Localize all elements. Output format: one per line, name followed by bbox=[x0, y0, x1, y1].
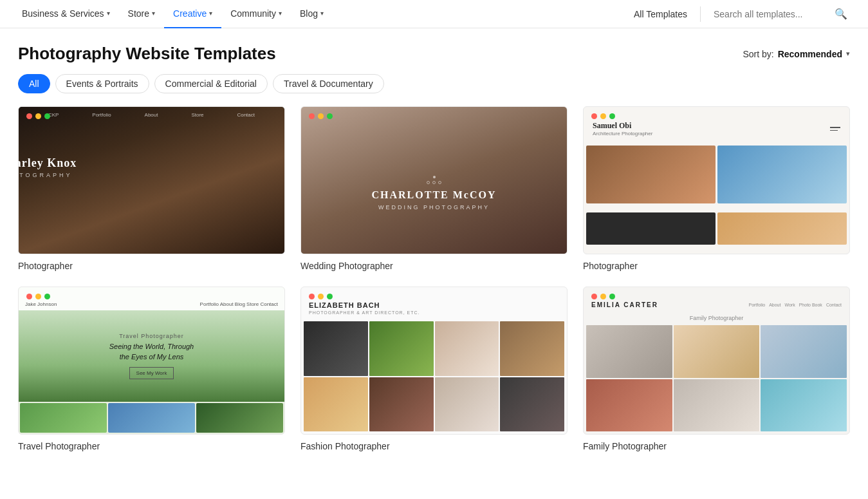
thumb-tagline: Seeing the World, Throughthe Eyes of My … bbox=[109, 342, 194, 362]
search-bar: 🔍 bbox=[714, 8, 855, 20]
dot-red bbox=[309, 294, 315, 299]
dot-red bbox=[309, 113, 315, 119]
thumb-hero-area: Travel Photographer Seeing the World, Th… bbox=[19, 310, 284, 402]
dot-yellow bbox=[318, 113, 324, 119]
nav-item-business-services[interactable]: Business & Services ▾ bbox=[13, 0, 119, 28]
sort-chevron-icon: ▾ bbox=[846, 50, 850, 58]
template-thumb-elizabeth: ELIZABETH BACH PHOTOGRAPHER & ART DIRECT… bbox=[300, 287, 568, 435]
dot-yellow bbox=[600, 113, 606, 119]
thumb-header: ELIZABETH BACH PHOTOGRAPHER & ART DIRECT… bbox=[301, 287, 567, 320]
dot-yellow bbox=[35, 294, 41, 299]
window-dots bbox=[309, 113, 333, 119]
nav-divider bbox=[700, 6, 701, 22]
thumb-hero: CHARLOTTE McCOY WEDDING PHOTOGRAPHY bbox=[301, 132, 567, 254]
template-card-charlotte-mccoy[interactable]: HOMEABOUTPORTFOLIOCONTACTCLIENT ALBUMS C… bbox=[300, 106, 568, 271]
nav-item-creative[interactable]: Creative ▾ bbox=[164, 0, 221, 28]
template-card-elizabeth-bach[interactable]: ELIZABETH BACH PHOTOGRAPHER & ART DIRECT… bbox=[300, 287, 568, 451]
dot-green bbox=[327, 294, 333, 299]
page-header: Photography Website Templates Sort by: R… bbox=[0, 28, 868, 74]
nav-right: All Templates 🔍 bbox=[634, 6, 855, 22]
dot-red bbox=[26, 294, 32, 299]
thumb-mosaic bbox=[301, 320, 567, 434]
thumb-subtitle: Family Photographer bbox=[584, 314, 849, 324]
template-thumb-emilia: EMILIA CARTER PortfolioAboutWorkPhoto Bo… bbox=[583, 287, 850, 435]
template-thumb-charlotte: HOMEABOUTPORTFOLIOCONTACTCLIENT ALBUMS C… bbox=[300, 106, 568, 254]
template-card-charley-knox[interactable]: CKPPortfolioAboutStoreContact Charley Kn… bbox=[18, 106, 285, 271]
thumb-images bbox=[584, 143, 849, 254]
template-name-charlotte: Wedding Photographer bbox=[300, 261, 568, 271]
dot-green bbox=[327, 113, 333, 119]
dot-red bbox=[26, 113, 32, 119]
dot-green bbox=[609, 113, 615, 119]
template-thumb-samuel: Samuel Obi Architecture Photographer bbox=[583, 106, 850, 254]
dot-yellow bbox=[318, 294, 324, 299]
dot-red bbox=[591, 294, 597, 299]
template-card-emilia-carter[interactable]: EMILIA CARTER PortfolioAboutWorkPhoto Bo… bbox=[583, 287, 850, 451]
dot-yellow bbox=[35, 113, 41, 119]
sort-by-control[interactable]: Sort by: Recommended ▾ bbox=[743, 49, 850, 59]
template-name-emilia: Family Photographer bbox=[583, 441, 850, 451]
chevron-down-icon: ▾ bbox=[320, 10, 324, 17]
template-grid: CKPPortfolioAboutStoreContact Charley Kn… bbox=[0, 106, 868, 477]
thumb-header: Samuel Obi Architecture Photographer bbox=[584, 107, 849, 143]
template-name-travel: Travel Photographer bbox=[18, 441, 285, 451]
nav-item-blog[interactable]: Blog ▾ bbox=[291, 0, 333, 28]
chevron-down-icon: ▾ bbox=[279, 10, 282, 17]
template-name-charley: Photographer bbox=[18, 261, 285, 271]
thumb-top-nav: Jake Johnson Portfolio About Blog Store … bbox=[19, 287, 284, 310]
dot-red bbox=[591, 113, 597, 119]
template-thumb-travel: Jake Johnson Portfolio About Blog Store … bbox=[18, 287, 285, 435]
window-dots bbox=[26, 113, 50, 119]
thumb-grid bbox=[584, 324, 849, 434]
chevron-down-icon: ▾ bbox=[209, 10, 212, 17]
sort-by-label: Sort by: bbox=[743, 49, 773, 59]
nav-item-store[interactable]: Store ▾ bbox=[119, 0, 164, 28]
template-thumb-charley: CKPPortfolioAboutStoreContact Charley Kn… bbox=[18, 106, 285, 254]
nav-label-business-services: Business & Services bbox=[22, 8, 104, 19]
nav-label-blog: Blog bbox=[300, 8, 318, 19]
thumb-overlay-text: Charley Knox PHOTOGRAPHY bbox=[18, 156, 77, 204]
window-dots bbox=[26, 294, 50, 299]
nav-left: Business & Services ▾ Store ▾ Creative ▾… bbox=[13, 0, 634, 28]
window-dots bbox=[309, 294, 333, 299]
thumb-nav: PortfolioAboutWorkPhoto BookContact bbox=[748, 303, 842, 307]
thumb-header: EMILIA CARTER PortfolioAboutWorkPhoto Bo… bbox=[584, 287, 849, 314]
chevron-down-icon: ▾ bbox=[107, 10, 110, 17]
sort-value: Recommended bbox=[778, 49, 842, 59]
filter-events-portraits[interactable]: Events & Portraits bbox=[55, 74, 149, 93]
filter-commercial-editorial[interactable]: Commercial & Editorial bbox=[154, 74, 268, 93]
chevron-down-icon: ▾ bbox=[152, 10, 155, 17]
nav-label-store: Store bbox=[128, 8, 149, 19]
template-card-jake-johnson[interactable]: Jake Johnson Portfolio About Blog Store … bbox=[18, 287, 285, 451]
filter-all[interactable]: All bbox=[18, 74, 50, 93]
nav-item-community[interactable]: Community ▾ bbox=[221, 0, 291, 28]
window-dots bbox=[591, 294, 615, 299]
template-name-elizabeth: Fashion Photographer bbox=[300, 441, 568, 451]
nav-bar: Business & Services ▾ Store ▾ Creative ▾… bbox=[0, 0, 868, 28]
all-templates-link[interactable]: All Templates bbox=[634, 9, 687, 19]
search-icon[interactable]: 🔍 bbox=[835, 8, 847, 20]
dot-yellow bbox=[600, 294, 606, 299]
page-title: Photography Website Templates bbox=[18, 44, 276, 64]
thumb-bottom-strip bbox=[19, 402, 284, 434]
template-card-samuel-obi[interactable]: Samuel Obi Architecture Photographer Pho… bbox=[583, 106, 850, 271]
window-dots bbox=[591, 113, 615, 119]
filter-travel-documentary[interactable]: Travel & Documentary bbox=[273, 74, 384, 93]
main-nav: Business & Services ▾ Store ▾ Creative ▾… bbox=[0, 0, 868, 28]
filter-bar: All Events & Portraits Commercial & Edit… bbox=[0, 74, 868, 106]
dot-green bbox=[44, 113, 50, 119]
dot-green bbox=[609, 294, 615, 299]
search-input[interactable] bbox=[714, 9, 829, 19]
nav-label-community: Community bbox=[230, 8, 276, 19]
nav-label-creative: Creative bbox=[173, 8, 207, 19]
dot-green bbox=[44, 294, 50, 299]
template-name-samuel: Photographer bbox=[583, 261, 850, 271]
